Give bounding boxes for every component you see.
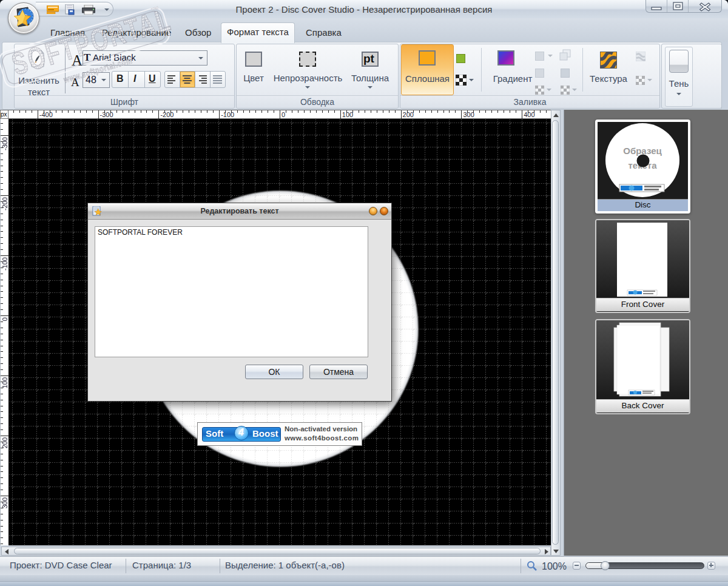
svg-text:Образец: Образец: [623, 146, 662, 156]
